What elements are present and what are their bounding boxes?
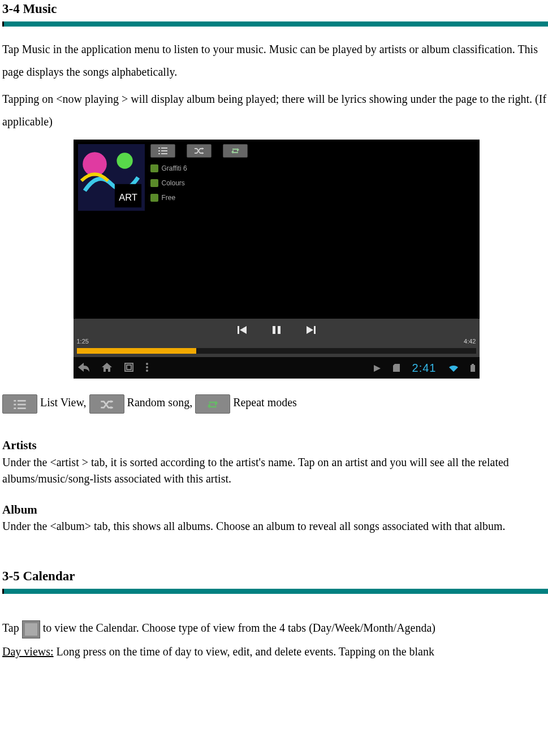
track-item[interactable]: Colours (150, 176, 187, 190)
track-label: Free (162, 193, 176, 203)
music-player-screenshot: ART Graffiti 6 Colours Free (74, 140, 480, 379)
sd-card-icon[interactable] (393, 360, 400, 376)
album-heading: Album (2, 502, 548, 518)
notification-play-icon[interactable] (374, 360, 381, 376)
svg-rect-20 (472, 364, 474, 365)
day-views-body: Long press on the time of day to view, e… (54, 645, 434, 658)
system-nav-bar: 2:41 (74, 357, 480, 379)
svg-point-18 (146, 366, 148, 368)
svg-rect-14 (314, 326, 316, 334)
track-item[interactable]: Free (150, 190, 187, 205)
divider-bar (2, 21, 548, 27)
svg-rect-12 (273, 326, 275, 334)
shuffle-button[interactable] (187, 144, 212, 158)
svg-rect-16 (127, 365, 131, 370)
pause-button[interactable] (273, 322, 281, 338)
music-paragraph-2: Tapping on <now playing > will display a… (2, 88, 548, 133)
calendar-paragraph-1: Tap to view the Calendar. Choose type of… (2, 616, 548, 639)
svg-rect-24 (14, 404, 16, 406)
svg-rect-23 (18, 400, 26, 402)
track-icon (150, 164, 158, 172)
calendar-icon (22, 620, 40, 638)
player-mode-buttons (150, 144, 248, 158)
time-elapsed: 1:25 (77, 337, 89, 346)
svg-rect-5 (158, 147, 160, 149)
cal-p1-post: to view the Calendar. Choose type of vie… (43, 622, 435, 634)
artists-heading: Artists (2, 437, 548, 454)
list-view-icon (2, 394, 37, 414)
transport-buttons (238, 322, 316, 338)
track-label: Graffiti 6 (162, 164, 187, 173)
progress-fill (77, 348, 197, 354)
svg-point-17 (146, 363, 148, 365)
svg-rect-25 (18, 404, 26, 406)
status-clock: 2:41 (412, 360, 437, 376)
back-icon[interactable] (78, 360, 89, 376)
icon-legend: List View, Random song, Repeat modes (2, 390, 548, 415)
svg-rect-10 (161, 153, 167, 154)
svg-rect-27 (18, 407, 26, 409)
track-icon (150, 179, 158, 187)
day-views-line: Day views: Long press on the time of day… (2, 644, 548, 660)
music-paragraph-1: Tap Music in the application menu to lis… (2, 38, 548, 83)
track-list: Graffiti 6 Colours Free (150, 161, 187, 205)
time-total: 4:42 (464, 337, 476, 346)
prev-button[interactable] (238, 322, 247, 338)
menu-icon[interactable] (146, 360, 148, 376)
controls-bar: 1:25 4:42 (74, 319, 480, 357)
legend-repeat-modes: Repeat modes (230, 396, 297, 409)
svg-rect-22 (14, 400, 16, 402)
progress-bar[interactable] (77, 348, 476, 354)
track-label: Colours (162, 179, 185, 188)
album-body: Under the <album> tab, this shows all al… (2, 518, 548, 535)
wifi-icon (449, 360, 458, 376)
track-icon (150, 194, 158, 202)
svg-rect-9 (158, 153, 160, 154)
legend-random-song: Random song, (124, 396, 196, 409)
track-item[interactable]: Graffiti 6 (150, 161, 187, 176)
shuffle-icon (89, 394, 124, 414)
day-views-label: Day views: (2, 645, 54, 658)
home-icon[interactable] (102, 360, 112, 376)
svg-point-2 (116, 153, 132, 169)
repeat-button[interactable] (223, 144, 248, 158)
legend-list-view: List View, (37, 396, 89, 409)
section-heading-calendar: 3-5 Calendar (2, 567, 548, 585)
cal-p1-pre: Tap (2, 622, 22, 634)
svg-rect-8 (161, 150, 167, 151)
artists-body: Under the <artist > tab, it is sorted ac… (2, 454, 548, 487)
svg-rect-13 (278, 326, 281, 334)
divider-bar (2, 589, 548, 594)
next-button[interactable] (307, 322, 316, 338)
list-view-button[interactable] (150, 144, 175, 158)
battery-icon (471, 360, 475, 376)
svg-rect-6 (161, 147, 167, 149)
svg-text:ART: ART (119, 192, 137, 202)
repeat-icon (195, 394, 230, 414)
svg-rect-26 (14, 407, 16, 409)
album-art: ART (78, 144, 145, 211)
svg-rect-11 (238, 326, 239, 334)
recent-icon[interactable] (124, 360, 133, 376)
player-window: ART Graffiti 6 Colours Free (74, 140, 480, 379)
svg-point-19 (146, 370, 148, 372)
svg-rect-21 (471, 365, 475, 372)
svg-rect-7 (158, 150, 160, 151)
section-heading-music: 3-4 Music (2, 0, 548, 18)
